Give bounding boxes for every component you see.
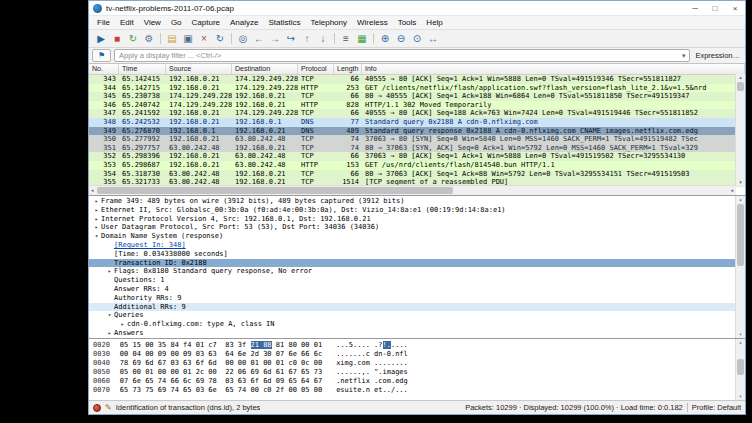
reload-file-icon[interactable]: ↻: [212, 32, 228, 46]
zoom-out-icon[interactable]: ⊖: [393, 32, 409, 46]
detail-line[interactable]: Questions: 1: [89, 276, 745, 285]
scroll-up-icon[interactable]: ▴: [736, 339, 745, 346]
detail-line[interactable]: Answer RRs: 4: [89, 285, 745, 294]
detail-line[interactable]: ▸Ethernet II, Src: Globalsc_00:3b:0a (f0…: [89, 206, 745, 215]
packet-row-354[interactable]: 35465.31873063.80.242.48192.168.0.21TCP6…: [89, 170, 745, 179]
expand-icon[interactable]: ▸: [105, 267, 114, 276]
menu-file[interactable]: File: [92, 18, 115, 27]
packet-row-348[interactable]: 34865.242532192.168.0.21192.168.0.1DNS77…: [89, 118, 745, 127]
menu-capture[interactable]: Capture: [187, 18, 225, 27]
column-header-info[interactable]: Info: [362, 64, 745, 74]
detail-line[interactable]: ▸Flags: 0x8180 Standard query response, …: [89, 267, 745, 276]
go-to-packet-icon[interactable]: ↪: [283, 32, 299, 46]
menu-telephony[interactable]: Telephony: [306, 18, 352, 27]
first-packet-icon[interactable]: ↑: [299, 32, 315, 46]
scrollbar-thumb[interactable]: [737, 204, 744, 266]
expand-icon[interactable]: ▸: [92, 206, 101, 215]
scroll-left-icon[interactable]: ◂: [91, 186, 94, 195]
menu-edit[interactable]: Edit: [115, 18, 139, 27]
packet-list-vscrollbar[interactable]: ▴ ▾: [735, 74, 745, 186]
menu-go[interactable]: Go: [166, 18, 187, 27]
scroll-up-icon[interactable]: ▴: [736, 196, 745, 203]
expert-info-icon[interactable]: [93, 404, 101, 412]
menu-tools[interactable]: Tools: [393, 18, 422, 27]
menu-help[interactable]: Help: [421, 18, 447, 27]
zoom-in-icon[interactable]: ⊕: [377, 32, 393, 46]
column-header-time[interactable]: Time: [119, 64, 166, 74]
maximize-button[interactable]: □: [705, 1, 725, 15]
minimize-button[interactable]: ─: [685, 1, 705, 15]
menu-wireless[interactable]: Wireless: [352, 18, 393, 27]
restart-capture-icon[interactable]: ↻: [125, 32, 141, 46]
go-forward-icon[interactable]: →: [267, 32, 283, 46]
detail-line[interactable]: ▾Domain Name System (response): [89, 232, 745, 241]
go-back-icon[interactable]: ←: [251, 32, 267, 46]
colorize-icon[interactable]: ▦: [354, 32, 370, 46]
detail-line[interactable]: [Time: 0.034338000 seconds]: [89, 250, 745, 259]
detail-line[interactable]: Additional RRs: 9: [89, 303, 745, 312]
hex-row[interactable]: 007065 73 75 69 74 65 03 6e 65 74 00 c0 …: [93, 386, 745, 395]
packet-list-hscrollbar[interactable]: ◂ ▸: [89, 185, 736, 195]
save-file-icon[interactable]: ▣: [180, 32, 196, 46]
zoom-reset-icon[interactable]: ⊙: [409, 32, 425, 46]
packet-row-345[interactable]: 34565.230738174.129.249.228192.168.0.21T…: [89, 92, 745, 101]
display-filter-input[interactable]: Apply a display filter ... <Ctrl-/> ▾: [114, 49, 690, 62]
close-button[interactable]: ×: [725, 1, 745, 15]
detail-line[interactable]: ▸cdn-0.nflximg.com: type A, class IN: [89, 320, 745, 329]
hex-row[interactable]: 005005 00 01 00 00 01 2c 00 22 06 69 6d …: [93, 368, 745, 377]
detail-line[interactable]: ▸Internet Protocol Version 4, Src: 192.1…: [89, 215, 745, 224]
expression-button[interactable]: Expression…: [693, 51, 742, 60]
packet-row-349[interactable]: 34965.276870192.168.0.1192.168.0.21DNS48…: [89, 127, 745, 136]
menu-analyze[interactable]: Analyze: [225, 18, 263, 27]
capture-comment-icon[interactable]: ✎: [105, 404, 112, 412]
detail-line[interactable]: ▾Queries: [89, 311, 745, 320]
start-capture-icon[interactable]: ▶: [93, 32, 109, 46]
menu-statistics[interactable]: Statistics: [264, 18, 306, 27]
hex-row[interactable]: 004078 69 6d 67 03 63 6f 6d 00 00 01 00 …: [93, 359, 745, 368]
packet-row-350[interactable]: 35065.277992192.168.0.2163.80.242.48TCP7…: [89, 135, 745, 144]
resize-columns-icon[interactable]: ↔: [425, 32, 441, 46]
filter-dropdown-icon[interactable]: ▾: [682, 52, 686, 60]
detail-line[interactable]: [Request In: 348]: [89, 241, 745, 250]
detail-line[interactable]: ▸Answers: [89, 329, 745, 338]
capture-options-icon[interactable]: ⚙: [141, 32, 157, 46]
packet-row-351[interactable]: 35165.29775763.80.242.48192.168.0.21TCP7…: [89, 144, 745, 153]
profile-label[interactable]: Profile: Default: [692, 403, 741, 412]
packet-row-347[interactable]: 34765.241592192.168.0.21174.129.249.228T…: [89, 109, 745, 118]
column-header-destination[interactable]: Destination: [232, 64, 298, 74]
detail-line[interactable]: Transaction ID: 0x2188: [89, 259, 745, 268]
expand-icon[interactable]: ▸: [92, 197, 101, 206]
packet-row-352[interactable]: 35265.298396192.168.0.2163.80.242.48TCP6…: [89, 152, 745, 161]
scrollbar-thumb[interactable]: [97, 187, 453, 194]
scroll-down-icon[interactable]: ▾: [736, 179, 745, 186]
scroll-down-icon[interactable]: ▾: [736, 393, 745, 400]
menu-view[interactable]: View: [139, 18, 166, 27]
filter-bookmark-icon[interactable]: ⚑: [92, 49, 111, 62]
scroll-down-icon[interactable]: ▾: [736, 331, 745, 338]
detail-line[interactable]: Authority RRs: 9: [89, 294, 745, 303]
scroll-up-icon[interactable]: ▴: [736, 74, 745, 81]
column-header-no[interactable]: No.: [89, 64, 119, 74]
hex-row[interactable]: 003000 04 00 09 00 09 03 63 64 6e 2d 30 …: [93, 350, 745, 359]
column-header-length[interactable]: Length: [334, 64, 362, 74]
packet-row-346[interactable]: 34665.240742174.129.249.228192.168.0.21H…: [89, 101, 745, 110]
scroll-right-icon[interactable]: ▸: [731, 186, 734, 195]
last-packet-icon[interactable]: ↓: [315, 32, 331, 46]
expand-icon[interactable]: ▸: [92, 215, 101, 224]
hex-row[interactable]: 006007 6e 65 74 66 6c 69 78 03 63 6f 6d …: [93, 377, 745, 386]
expand-icon[interactable]: ▸: [105, 329, 114, 338]
detail-line[interactable]: ▸User Datagram Protocol, Src Port: 53 (5…: [89, 223, 745, 232]
scrollbar-thumb[interactable]: [737, 82, 744, 91]
expand-icon[interactable]: ▸: [92, 223, 101, 232]
expand-icon[interactable]: ▸: [118, 320, 127, 329]
scrollbar-thumb[interactable]: [737, 359, 744, 375]
collapse-icon[interactable]: ▾: [105, 311, 114, 320]
stop-capture-icon[interactable]: ■: [109, 32, 125, 46]
open-file-icon[interactable]: ▤: [164, 32, 180, 46]
packet-row-344[interactable]: 34465.142715192.168.0.21174.129.249.228H…: [89, 84, 745, 93]
autoscroll-icon[interactable]: ≡: [338, 32, 354, 46]
find-packet-icon[interactable]: ◎: [235, 32, 251, 46]
close-file-icon[interactable]: ×: [196, 32, 212, 46]
collapse-icon[interactable]: ▾: [92, 232, 101, 241]
hex-row[interactable]: 002005 15 00 35 84 f4 01 c7 83 3f 21 88 …: [93, 341, 745, 350]
